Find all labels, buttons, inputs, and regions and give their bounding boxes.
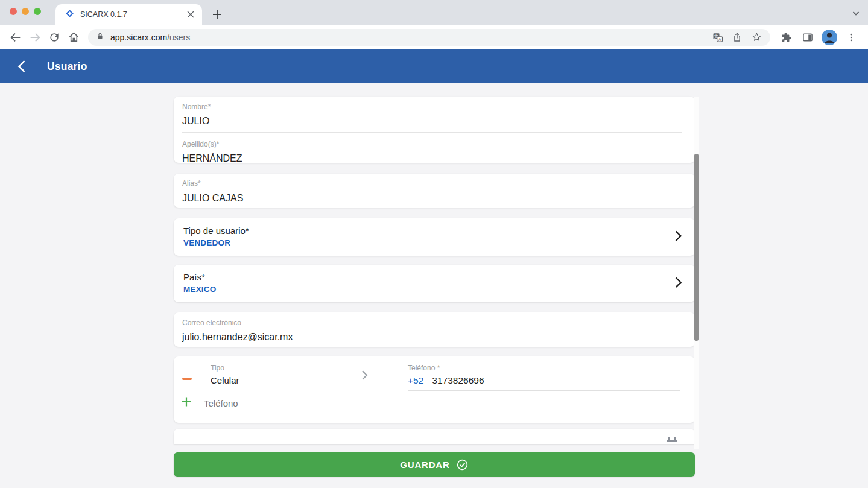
sicarx-favicon-icon <box>65 8 75 21</box>
browser-toolbar: app.sicarx.com/users 文A <box>0 25 868 49</box>
calendar-icon-clipped <box>667 437 678 442</box>
url-path: /users <box>167 33 190 42</box>
tab-title: SICARX 0.1.7 <box>80 10 185 19</box>
app-header: Usuario <box>0 49 868 83</box>
minus-icon <box>182 378 192 380</box>
nombre-label: Nombre* <box>182 103 682 111</box>
plus-icon <box>181 396 192 410</box>
chevron-right-icon <box>360 369 370 384</box>
new-tab-button[interactable] <box>209 7 225 22</box>
share-icon[interactable] <box>729 30 745 45</box>
tab-strip: SICARX 0.1.7 <box>0 0 868 25</box>
add-phone-button[interactable]: Teléfono <box>181 396 238 410</box>
add-phone-label: Teléfono <box>204 398 238 408</box>
macos-window-controls <box>10 8 41 15</box>
country-code[interactable]: +52 <box>408 375 423 386</box>
form-scroll-area: Nombre* Apellido(s)* Alias* Tipo de usua… <box>0 83 868 488</box>
remove-phone-button[interactable] <box>182 373 192 385</box>
guardar-label: GUARDAR <box>400 460 449 470</box>
correo-input[interactable] <box>182 331 682 344</box>
alias-input[interactable] <box>182 192 682 205</box>
url-text: app.sicarx.com/users <box>110 33 706 42</box>
tab-search-chevron-down-icon[interactable] <box>849 6 863 21</box>
phone-tipo-picker[interactable]: Tipo Celular <box>211 364 355 385</box>
card-partial-next-field <box>174 429 695 444</box>
nombre-input[interactable] <box>182 115 682 128</box>
card-alias: Alias* <box>174 174 695 208</box>
pais-label: País* <box>183 272 682 282</box>
close-window-button[interactable] <box>10 8 17 15</box>
chevron-right-icon <box>673 275 684 292</box>
lock-icon[interactable] <box>96 32 104 43</box>
scrollbar-thumb[interactable] <box>694 154 699 341</box>
card-nombre-apellido: Nombre* Apellido(s)* <box>174 97 695 163</box>
side-panel-icon[interactable] <box>799 29 816 46</box>
phone-tipo-value: Celular <box>211 375 355 385</box>
browser-window: SICARX 0.1.7 app.sicarx.c <box>0 0 868 488</box>
home-icon[interactable] <box>65 29 82 46</box>
tab-close-icon[interactable] <box>185 9 196 20</box>
card-telefonos: Tipo Celular Teléfono * +52 <box>174 356 695 423</box>
bookmark-star-icon[interactable] <box>749 30 764 45</box>
chevron-right-icon <box>673 229 684 246</box>
guardar-button[interactable]: GUARDAR <box>174 452 695 477</box>
user-form: Nombre* Apellido(s)* Alias* Tipo de usua… <box>174 97 695 444</box>
tipo-usuario-picker[interactable]: Tipo de usuario* VENDEDOR <box>174 218 695 256</box>
nombre-underline <box>182 132 682 133</box>
apellido-label: Apellido(s)* <box>182 140 682 148</box>
phone-number-input[interactable] <box>432 375 680 387</box>
check-circle-icon <box>456 458 469 471</box>
zoom-window-button[interactable] <box>34 8 41 15</box>
tipo-usuario-value: VENDEDOR <box>183 238 682 247</box>
browser-tab[interactable]: SICARX 0.1.7 <box>55 4 202 25</box>
forward-icon[interactable] <box>27 29 43 46</box>
address-bar[interactable]: app.sicarx.com/users 文A <box>88 29 770 46</box>
page-title: Usuario <box>47 60 87 73</box>
phone-tipo-label: Tipo <box>211 364 355 372</box>
browser-menu-kebab-icon[interactable] <box>843 29 860 46</box>
pais-value: MEXICO <box>183 285 682 294</box>
alias-label: Alias* <box>182 179 682 188</box>
extensions-icon[interactable] <box>778 29 794 46</box>
minimize-window-button[interactable] <box>22 8 29 15</box>
phone-number-field: Teléfono * +52 <box>408 364 680 391</box>
phone-number-label: Teléfono * <box>408 364 680 372</box>
correo-label: Correo electrónico <box>182 318 682 327</box>
tipo-usuario-label: Tipo de usuario* <box>183 226 682 236</box>
svg-text:A: A <box>718 37 721 41</box>
profile-avatar[interactable] <box>822 30 837 45</box>
url-host: app.sicarx.com <box>110 33 167 42</box>
back-icon[interactable] <box>7 29 24 46</box>
back-chevron-icon[interactable] <box>10 54 34 78</box>
pais-picker[interactable]: País* MEXICO <box>174 265 695 302</box>
card-correo: Correo electrónico <box>174 312 695 347</box>
translate-icon[interactable]: 文A <box>710 30 726 45</box>
reload-icon[interactable] <box>46 29 63 46</box>
apellido-input[interactable] <box>182 152 682 165</box>
